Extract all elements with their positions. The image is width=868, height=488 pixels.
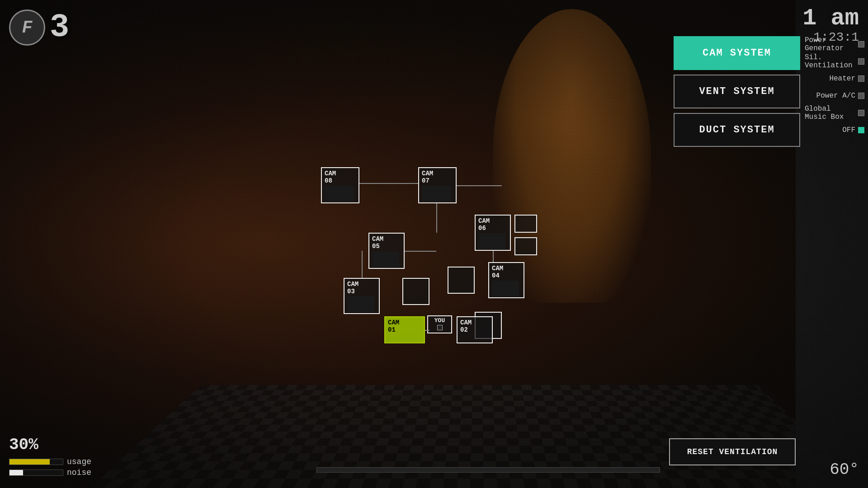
cam-04-label: CAM04 <box>492 265 521 279</box>
off-label: OFF <box>842 126 855 134</box>
cam-03-label: CAM03 <box>347 281 376 295</box>
cam-01-box[interactable]: CAM01 <box>384 316 425 343</box>
scroll-track[interactable] <box>316 467 660 473</box>
cam-07-label: CAM07 <box>422 170 453 184</box>
top-left-hud: F 3 <box>9 9 69 46</box>
subsystem-heater[interactable]: Heater <box>801 70 868 87</box>
subsystem-panel: Power Generator Sil. Ventilation Heater … <box>801 36 868 138</box>
noise-bar-track <box>9 469 63 476</box>
global-music-box-indicator <box>858 110 864 116</box>
middle-connector-2 <box>448 267 475 294</box>
power-generator-label: Power Generator <box>805 36 855 52</box>
sil-ventilation-indicator <box>858 58 864 65</box>
camera-map: CAM08 CAM07 CAM06 CAM05 CAM04 CAM03 CAM0… <box>307 145 588 371</box>
usage-bar-track <box>9 459 63 465</box>
night-number: 3 <box>50 9 69 46</box>
power-percent: 30% <box>9 429 91 455</box>
global-music-box-label: Global Music Box <box>805 105 855 121</box>
cam-01-label: CAM01 <box>388 319 421 333</box>
connector-05-mid <box>405 251 436 252</box>
cam-06-ext-box <box>514 215 537 233</box>
subsystem-sil-ventilation[interactable]: Sil. Ventilation <box>801 53 868 70</box>
heater-label: Heater <box>829 75 855 83</box>
you-marker: YOU <box>427 315 452 333</box>
cam-08-preview <box>325 186 354 202</box>
cam-08-label: CAM08 <box>325 170 356 184</box>
connector-03-down <box>362 251 363 278</box>
you-label: YOU <box>430 317 449 324</box>
cam-08-box[interactable]: CAM08 <box>321 167 359 203</box>
connector-07-05 <box>436 203 437 233</box>
power-section: 30% usage noise <box>9 429 91 479</box>
power-generator-indicator <box>858 41 864 47</box>
cam-06-ext-box2 <box>514 237 537 255</box>
reset-ventilation-button[interactable]: RESET VENTILATION <box>669 438 796 465</box>
usage-bar-row: usage <box>9 457 91 466</box>
cam-02-label: CAM02 <box>460 319 489 333</box>
cam-05-preview <box>372 251 399 267</box>
power-labels: usage noise <box>9 457 91 477</box>
connector-07-06 <box>457 185 502 186</box>
noise-label: noise <box>67 468 91 477</box>
cam-system-button[interactable]: CAM SYSTEM <box>674 36 800 70</box>
temperature-display: 60° <box>830 460 859 479</box>
cam-03-box[interactable]: CAM03 <box>344 278 380 314</box>
subsystem-power-generator[interactable]: Power Generator <box>801 36 868 52</box>
connector-06-04 <box>493 251 494 262</box>
cam-05-label: CAM05 <box>372 235 401 250</box>
cam-07-preview <box>422 186 451 202</box>
connector-08-07 <box>359 183 418 184</box>
cam-04-preview <box>492 281 519 296</box>
cam-06-label: CAM06 <box>478 217 507 232</box>
freddy-icon: F <box>9 9 45 46</box>
subsystem-power-ac[interactable]: Power A/C <box>801 88 868 104</box>
usage-label: usage <box>67 457 91 466</box>
middle-connector-1 <box>402 278 429 305</box>
cam-06-box[interactable]: CAM06 <box>475 215 511 251</box>
sil-ventilation-label: Sil. Ventilation <box>805 53 855 70</box>
noise-bar-row: noise <box>9 468 91 477</box>
bottom-scroll-area <box>316 465 660 474</box>
cam-03-preview <box>347 296 374 312</box>
subsystem-global-music-box[interactable]: Global Music Box <box>801 105 868 121</box>
heater-indicator <box>858 75 864 82</box>
cam-02-box[interactable]: CAM02 <box>457 316 493 343</box>
power-ac-indicator <box>858 93 864 99</box>
duct-system-button[interactable]: DUCT SYSTEM <box>674 113 800 147</box>
cam-07-box[interactable]: CAM07 <box>418 167 457 203</box>
power-symbol: % <box>28 436 38 454</box>
cam-06-preview <box>478 233 505 249</box>
you-indicator <box>437 325 443 330</box>
time-hour: 1 am <box>802 7 859 30</box>
right-panel: CAM SYSTEM VENT SYSTEM DUCT SYSTEM <box>674 36 800 147</box>
off-indicator <box>858 127 864 133</box>
noise-bar-fill <box>9 470 23 475</box>
power-ac-label: Power A/C <box>816 92 855 100</box>
subsystem-off-toggle[interactable]: OFF <box>801 122 868 138</box>
vent-system-button[interactable]: VENT SYSTEM <box>674 75 800 108</box>
cam-04-box[interactable]: CAM04 <box>488 262 524 298</box>
connector-01-you <box>425 330 429 331</box>
usage-bar-fill <box>9 459 50 465</box>
cam-05-box[interactable]: CAM05 <box>368 233 405 269</box>
power-number: 30 <box>9 436 28 454</box>
